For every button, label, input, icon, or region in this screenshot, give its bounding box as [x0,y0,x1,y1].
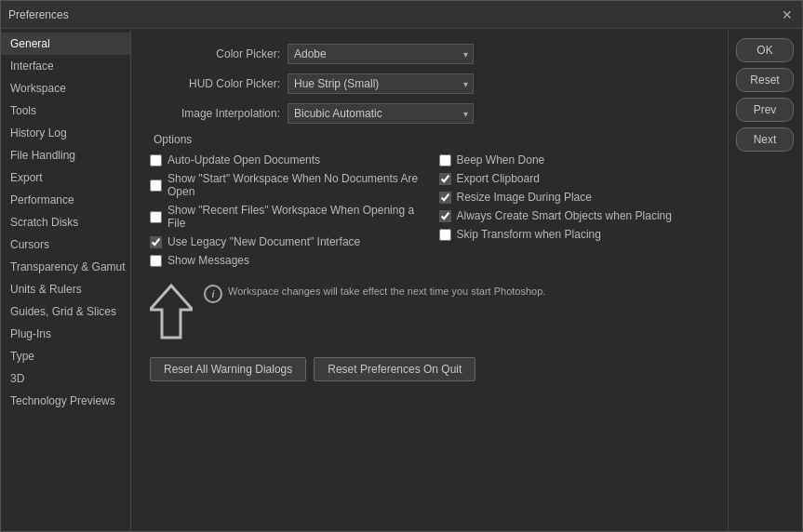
options-title: Options [154,133,709,146]
close-button[interactable]: ✕ [780,7,795,22]
options-left-col: Auto-Update Open Documents Show "Start" … [150,153,421,273]
reset-warning-dialogs-button[interactable]: Reset All Warning Dialogs [150,357,306,381]
color-picker-row: Color Picker: Adobe [150,44,709,64]
color-picker-wrapper: Adobe [288,44,474,64]
options-section: Options Auto-Update Open Documents Show … [150,133,709,381]
bottom-buttons: Reset All Warning Dialogs Reset Preferen… [150,357,709,381]
hud-color-picker-select[interactable]: Hue Strip (Small) [288,73,474,94]
sidebar-item-export[interactable]: Export [1,166,130,189]
checkbox-auto-update-input[interactable] [150,154,162,166]
sidebar-item-file-handling[interactable]: File Handling [1,144,130,166]
sidebar-item-general[interactable]: General [1,33,130,55]
checkbox-smart-objects-input[interactable] [439,210,451,222]
sidebar-item-performance[interactable]: Performance [1,189,130,211]
ok-button[interactable]: OK [736,38,794,62]
checkbox-skip-transform-input[interactable] [439,229,451,241]
sidebar-item-tools[interactable]: Tools [1,100,130,122]
checkbox-recent-files-input[interactable] [150,211,162,223]
reset-button[interactable]: Reset [736,68,794,92]
checkbox-legacy-new-doc[interactable]: Use Legacy "New Document" Interface [150,235,421,248]
prev-button[interactable]: Prev [736,98,794,122]
sidebar-item-type[interactable]: Type [1,345,130,367]
checkbox-skip-transform[interactable]: Skip Transform when Placing [439,228,710,241]
image-interpolation-label: Image Interpolation: [150,107,280,120]
sidebar-item-scratch-disks[interactable]: Scratch Disks [1,211,130,233]
sidebar-item-cursors[interactable]: Cursors [1,233,130,256]
sidebar-item-transparency-gamut[interactable]: Transparency & Gamut [1,256,130,278]
checkbox-recent-files[interactable]: Show "Recent Files" Workspace When Openi… [150,204,421,230]
info-block: i Workspace changes will take effect the… [204,284,545,303]
checkbox-export-clipboard[interactable]: Export Clipboard [439,172,710,185]
checkbox-beep[interactable]: Beep When Done [439,153,710,166]
sidebar-item-interface[interactable]: Interface [1,55,130,77]
title-bar: Preferences ✕ [1,1,802,29]
hud-color-picker-row: HUD Color Picker: Hue Strip (Small) [150,73,709,94]
dialog-title: Preferences [8,8,69,21]
workspace-note: i Workspace changes will take effect the… [150,284,709,342]
checkbox-legacy-new-doc-input[interactable] [150,236,162,248]
image-interpolation-row: Image Interpolation: Bicubic Automatic [150,103,709,124]
sidebar-item-history-log[interactable]: History Log [1,122,130,144]
options-right-col: Beep When Done Export Clipboard Resize I… [439,153,710,273]
sidebar-item-units-rulers[interactable]: Units & Rulers [1,278,130,300]
sidebar-item-technology-previews[interactable]: Technology Previews [1,390,130,412]
color-picker-select[interactable]: Adobe [288,44,474,64]
image-interpolation-select[interactable]: Bicubic Automatic [288,103,474,124]
main-content: Color Picker: Adobe HUD Color Picker: Hu… [131,29,728,531]
checkbox-start-workspace[interactable]: Show "Start" Workspace When No Documents… [150,172,421,198]
arrow-up-icon [150,284,193,342]
dialog-body: General Interface Workspace Tools Histor… [1,29,802,531]
preferences-dialog: Preferences ✕ General Interface Workspac… [0,0,803,532]
checkbox-beep-input[interactable] [439,154,451,166]
checkbox-start-workspace-input[interactable] [150,180,162,192]
checkbox-resize-image-input[interactable] [439,192,451,204]
arrow-svg [150,284,193,339]
sidebar-item-3d[interactable]: 3D [1,367,130,390]
reset-preferences-on-quit-button[interactable]: Reset Preferences On Quit [314,357,475,381]
next-button[interactable]: Next [736,127,794,152]
sidebar-item-workspace[interactable]: Workspace [1,77,130,100]
info-icon: i [204,285,222,303]
checkbox-show-messages[interactable]: Show Messages [150,254,421,267]
checkbox-resize-image[interactable]: Resize Image During Place [439,191,710,204]
checkbox-auto-update[interactable]: Auto-Update Open Documents [150,153,421,166]
info-text: Workspace changes will take effect the n… [228,284,545,297]
sidebar-item-guides-grid-slices[interactable]: Guides, Grid & Slices [1,300,130,323]
checkbox-export-clipboard-input[interactable] [439,173,451,185]
svg-marker-0 [150,286,193,338]
hud-color-picker-label: HUD Color Picker: [150,77,280,90]
hud-color-picker-wrapper: Hue Strip (Small) [288,73,474,94]
right-panel: OK Reset Prev Next [728,29,802,531]
sidebar-item-plug-ins[interactable]: Plug-Ins [1,323,130,345]
sidebar: General Interface Workspace Tools Histor… [1,29,131,531]
color-picker-label: Color Picker: [150,47,280,60]
checkbox-show-messages-input[interactable] [150,255,162,267]
options-grid: Auto-Update Open Documents Show "Start" … [150,153,709,273]
image-interpolation-wrapper: Bicubic Automatic [288,103,474,124]
checkbox-smart-objects[interactable]: Always Create Smart Objects when Placing [439,209,710,222]
